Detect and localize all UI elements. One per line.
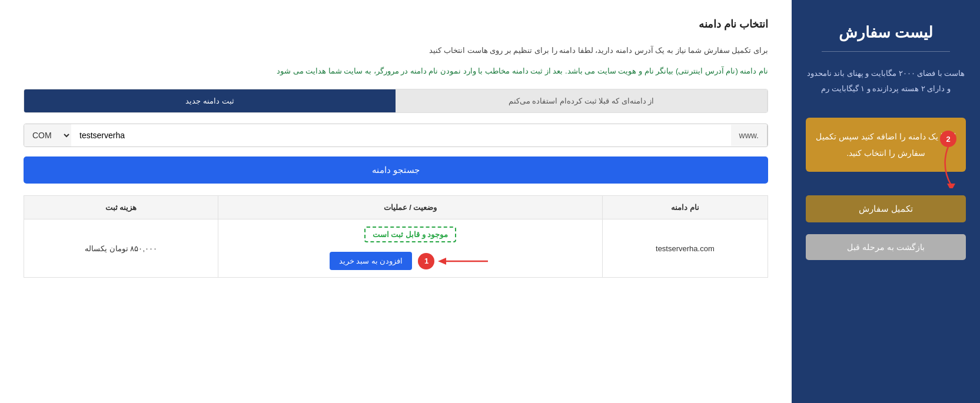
step-1-badge: 1 (418, 253, 434, 269)
info-line-2: نام دامنه (نام آدرس اینترنتی) بیانگر نام… (374, 66, 768, 75)
search-domain-button[interactable]: جستجو دامنه (24, 156, 768, 184)
step-2-badge: 2 (940, 131, 956, 147)
arrow-annotation-1: 1 (418, 253, 491, 269)
price-cell: ۸۵۰,۰۰۰ تومان یکساله (24, 219, 218, 278)
section-title: انتخاب نام دامنه (24, 18, 768, 31)
col-domain-name: نام دامنه (602, 196, 768, 219)
status-cell: موجود و قابل ثبت است افزودن به سبد خرید … (218, 219, 602, 278)
main-content: انتخاب نام دامنه برای تکمیل سفارش شما نی… (0, 0, 792, 403)
domain-prefix-label: www. (731, 125, 768, 146)
domain-name-input[interactable] (71, 125, 731, 146)
info-line-2-3: نام دامنه (نام آدرس اینترنتی) بیانگر نام… (24, 63, 768, 80)
domain-name-cell: testserverha.com (602, 219, 768, 278)
sidebar-divider (822, 51, 950, 52)
complete-order-button[interactable]: تکمیل سفارش (806, 195, 966, 222)
sidebar: لیست سفارش هاست با فضای ۲۰۰۰ مگابایت و پ… (792, 0, 980, 403)
col-price: هزینه ثبت (24, 196, 218, 219)
sidebar-description: هاست با فضای ۲۰۰۰ مگابایت و پهنای باند ن… (806, 66, 966, 96)
arrow-2-down (936, 147, 960, 188)
sidebar-title: لیست سفارش (839, 24, 933, 42)
info-line-1: برای تکمیل سفارش شما نیاز به یک آدرس دام… (24, 42, 768, 59)
domain-tabs: ثبت دامنه جدید از دامنه‌ای که قبلا ثبت ک… (24, 89, 768, 113)
info-line-3: به سایت شما هدایت می شود (277, 66, 371, 75)
add-to-cart-button[interactable]: افزودن به سبد خرید (330, 252, 413, 270)
arrow-1-left (438, 257, 491, 266)
svg-marker-0 (947, 184, 955, 188)
tab-existing-domain[interactable]: از دامنه‌ای که قبلا ثبت کرده‌ام استفاده … (396, 89, 768, 112)
tab-new-domain[interactable]: ثبت دامنه جدید (24, 89, 396, 112)
svg-marker-2 (438, 258, 446, 265)
results-table: نام دامنه وضعیت / عملیات هزینه ثبت tests… (24, 195, 768, 278)
domain-extension-select[interactable]: COM NET ORG IR (24, 124, 71, 146)
domain-input-row: COM NET ORG IR www. (24, 124, 768, 147)
back-button[interactable]: بازگشت به مرحله قبل (806, 234, 966, 260)
table-row: testserverha.com موجود و قابل ثبت است اف… (24, 219, 768, 278)
available-badge: موجود و قابل ثبت است (364, 227, 456, 242)
col-status: وضعیت / عملیات (218, 196, 602, 219)
